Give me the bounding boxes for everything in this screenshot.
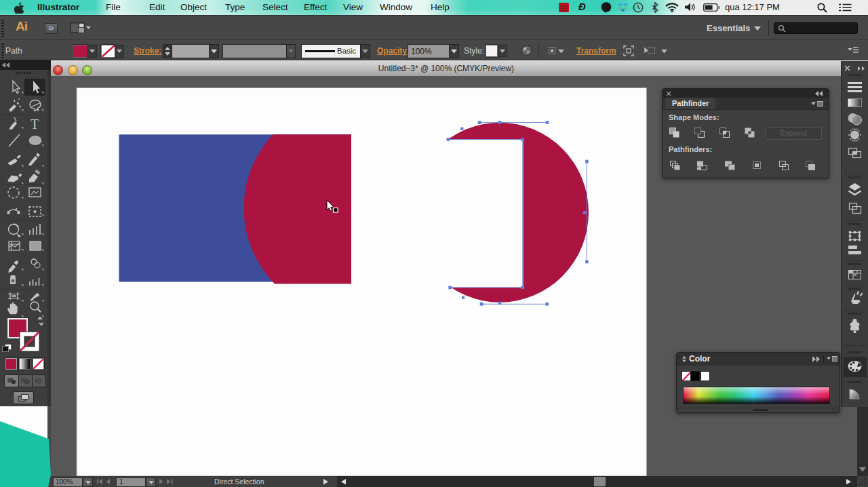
svg-text:T: T <box>31 117 39 132</box>
